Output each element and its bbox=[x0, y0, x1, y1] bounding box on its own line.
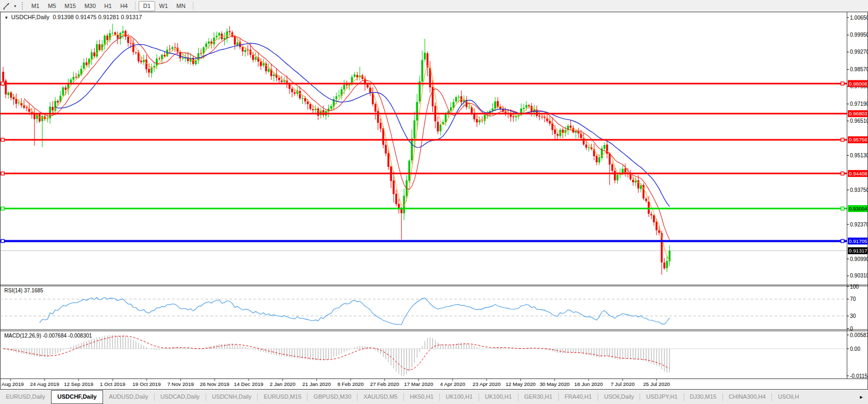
line-handle[interactable] bbox=[841, 172, 844, 175]
line-handle[interactable] bbox=[1, 172, 4, 175]
candle-body bbox=[424, 53, 426, 60]
chart-tab-china300-h4[interactable]: CHINA300,H4 bbox=[723, 390, 772, 404]
candle-body bbox=[216, 36, 218, 37]
candle-body bbox=[505, 112, 507, 113]
candle-body bbox=[588, 147, 590, 148]
candle-body bbox=[401, 209, 403, 213]
candle-body bbox=[73, 77, 75, 80]
candle-body bbox=[395, 193, 397, 204]
timeframe-button-m1[interactable]: M1 bbox=[27, 1, 44, 11]
chart-tab-gbpusd-m30[interactable]: GBPUSD,M30 bbox=[308, 390, 357, 404]
candle-body bbox=[335, 96, 337, 99]
timeframe-button-mn[interactable]: MN bbox=[172, 1, 190, 11]
candle-body bbox=[255, 57, 257, 60]
line-tool-icon[interactable] bbox=[2, 2, 13, 10]
chart-tab-usoil-h[interactable]: USOil,H bbox=[772, 390, 805, 404]
price-tag-098008: 0.98008 bbox=[849, 81, 867, 87]
price-tag-094408: 0.94408 bbox=[849, 171, 867, 176]
chart-tab-ger30-h1[interactable]: GER30,H1 bbox=[518, 390, 558, 404]
chart-tab-usdjpy-h1[interactable]: USDJPY,H1 bbox=[640, 390, 683, 404]
candle-body bbox=[603, 145, 606, 149]
chart-tab-audusd-daily[interactable]: AUDUSD,Daily bbox=[103, 390, 154, 404]
candle-body bbox=[57, 101, 59, 103]
chart-tab-usdcad-daily[interactable]: USDCAD,Daily bbox=[155, 390, 206, 404]
date-label: 6 Aug 2019 bbox=[0, 381, 24, 387]
collapse-chart-icon[interactable]: ▼ bbox=[4, 15, 8, 20]
chart-tab-uk100-h1[interactable]: UK100,H1 bbox=[440, 390, 479, 404]
line-handle[interactable] bbox=[841, 82, 844, 85]
candle-body bbox=[450, 107, 452, 111]
candle-body bbox=[307, 102, 309, 104]
chart-tab-eurusd-m15[interactable]: EURUSD,M15 bbox=[258, 390, 307, 404]
main-toolbar: ▼ M1M5M15M30H1H4D1W1MN bbox=[0, 0, 868, 12]
timeframe-button-m30[interactable]: M30 bbox=[80, 1, 100, 11]
chart-tab-uk100-h1[interactable]: UK100,H1 bbox=[479, 390, 518, 404]
candle-body bbox=[252, 55, 254, 60]
date-label: 25 Jul 2020 bbox=[643, 381, 670, 387]
candle-body bbox=[205, 44, 207, 47]
candle-body bbox=[41, 116, 44, 121]
timeframe-button-m15[interactable]: M15 bbox=[61, 1, 80, 11]
candle-body bbox=[62, 87, 64, 95]
candle-body bbox=[559, 130, 561, 136]
line-handle[interactable] bbox=[1, 207, 4, 210]
chart-tab-eurusd-daily[interactable]: EURUSD,Daily bbox=[0, 390, 51, 404]
candle-body bbox=[635, 181, 637, 182]
candle-body bbox=[367, 85, 369, 87]
chart-tab-usdcnh-daily[interactable]: USDCNH,Daily bbox=[206, 390, 258, 404]
candle-body bbox=[421, 60, 423, 82]
candle-body bbox=[172, 47, 174, 49]
candle-body bbox=[658, 230, 660, 232]
line-handle[interactable] bbox=[841, 138, 844, 141]
chart-tab-usoil-daily[interactable]: USOil,Daily bbox=[598, 390, 640, 404]
candle-body bbox=[5, 81, 7, 95]
line-handle[interactable] bbox=[841, 207, 844, 210]
candle-body bbox=[468, 107, 470, 107]
chart-tab-fra40-h1[interactable]: FRA40,H1 bbox=[559, 390, 598, 404]
candle-body bbox=[273, 74, 275, 76]
y-axis-label: 1.00650 bbox=[850, 15, 868, 21]
line-handle[interactable] bbox=[1, 82, 4, 85]
candle-body bbox=[356, 75, 359, 77]
candle-body bbox=[49, 107, 51, 119]
line-handle[interactable] bbox=[841, 239, 844, 242]
date-label: 12 May 2020 bbox=[506, 381, 536, 387]
timeframe-button-w1[interactable]: W1 bbox=[155, 1, 173, 11]
candle-body bbox=[304, 98, 307, 102]
candle-body bbox=[354, 74, 356, 77]
candle-body bbox=[125, 31, 127, 37]
timeframe-button-m5[interactable]: M5 bbox=[44, 1, 60, 11]
candle-body bbox=[291, 89, 293, 92]
chart-tab-dj30-m15[interactable]: DJ30,M15 bbox=[684, 390, 722, 404]
chart-tab-xauusd-m5[interactable]: XAUUSD,M5 bbox=[358, 390, 403, 404]
candle-body bbox=[656, 222, 658, 230]
line-handle[interactable] bbox=[1, 239, 4, 242]
candle-body bbox=[523, 108, 525, 109]
y-axis-label: 0.95130 bbox=[850, 153, 868, 158]
chart-tab-hk50-h1[interactable]: HK50,H1 bbox=[404, 390, 439, 404]
chart-title-text: USDCHF,Daily 0.91398 0.91475 0.91281 0.9… bbox=[11, 14, 142, 20]
dropdown-caret-icon[interactable]: ▼ bbox=[13, 4, 17, 8]
candle-body bbox=[338, 96, 340, 96]
candle-body bbox=[83, 63, 85, 69]
tab-scroll-right-icon[interactable]: ► bbox=[857, 390, 868, 404]
candle-body bbox=[666, 261, 668, 268]
candle-body bbox=[281, 81, 283, 82]
rsi-axis-label: 0 bbox=[850, 326, 853, 332]
candle-body bbox=[617, 175, 619, 180]
candle-body bbox=[585, 145, 588, 148]
date-label: 21 Jan 2020 bbox=[302, 381, 331, 387]
candle-body bbox=[343, 85, 345, 89]
candle-body bbox=[632, 180, 634, 182]
candle-body bbox=[572, 128, 574, 132]
candle-body bbox=[93, 53, 96, 56]
timeframe-button-h4[interactable]: H4 bbox=[116, 1, 132, 11]
timeframe-button-d1[interactable]: D1 bbox=[139, 1, 155, 11]
line-handle[interactable] bbox=[1, 138, 4, 141]
y-axis-label: 0.90310 bbox=[850, 273, 868, 279]
timeframe-button-h1[interactable]: H1 bbox=[100, 1, 116, 11]
candle-body bbox=[554, 130, 556, 134]
price-chart[interactable]: 1.006500.999500.992700.985700.978900.971… bbox=[0, 12, 868, 390]
chart-tab-usdchf-daily[interactable]: USDCHF,Daily bbox=[51, 390, 103, 404]
candle-body bbox=[539, 115, 541, 116]
